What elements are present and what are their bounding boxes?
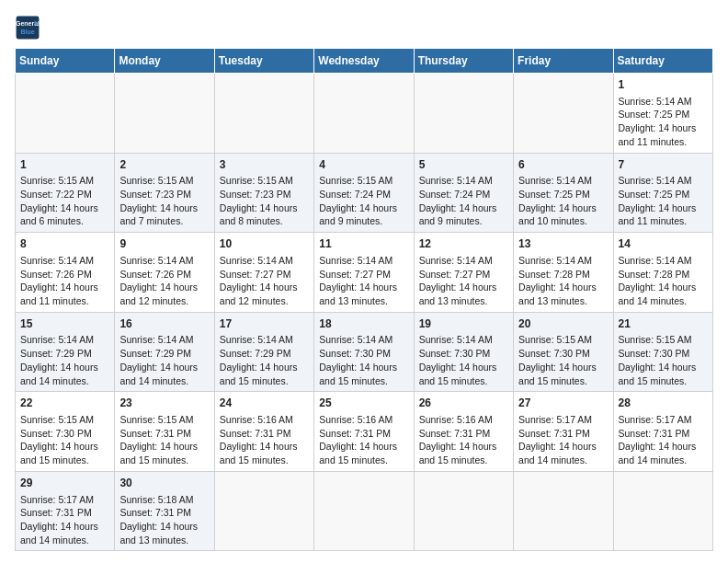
day-number: 21	[619, 316, 708, 332]
daylight-text: Daylight: 14 hours and 14 minutes.	[619, 281, 708, 307]
calendar-cell: 21Sunrise: 5:15 AMSunset: 7:30 PMDayligh…	[613, 312, 712, 392]
calendar-cell	[414, 74, 513, 154]
logo: General Blue	[15, 15, 40, 40]
sunrise-text: Sunrise: 5:14 AM	[319, 254, 408, 268]
daylight-text: Daylight: 14 hours and 11 minutes.	[20, 281, 109, 307]
day-number: 9	[119, 236, 209, 252]
day-number: 17	[220, 316, 309, 332]
daylight-text: Daylight: 14 hours and 11 minutes.	[619, 121, 708, 148]
sunset-text: Sunset: 7:30 PM	[518, 347, 608, 361]
sunrise-text: Sunrise: 5:17 AM	[619, 413, 708, 427]
calendar-cell: 27Sunrise: 5:17 AMSunset: 7:31 PMDayligh…	[514, 392, 613, 472]
calendar-cell: 18Sunrise: 5:14 AMSunset: 7:30 PMDayligh…	[314, 312, 414, 392]
daylight-text: Daylight: 14 hours and 7 minutes.	[119, 201, 209, 228]
sunrise-text: Sunrise: 5:14 AM	[20, 333, 109, 347]
daylight-text: Daylight: 14 hours and 15 minutes.	[419, 361, 508, 387]
day-number: 20	[518, 316, 608, 332]
daylight-text: Daylight: 14 hours and 15 minutes.	[319, 440, 408, 466]
sunrise-text: Sunrise: 5:18 AM	[119, 493, 209, 507]
calendar-cell: 1Sunrise: 5:15 AMSunset: 7:22 PMDaylight…	[16, 153, 115, 233]
day-number: 1	[619, 77, 708, 93]
column-header-wednesday: Wednesday	[314, 49, 414, 74]
calendar-week-5: 29Sunrise: 5:17 AMSunset: 7:31 PMDayligh…	[16, 471, 713, 551]
calendar-cell: 26Sunrise: 5:16 AMSunset: 7:31 PMDayligh…	[414, 392, 513, 472]
sunset-text: Sunset: 7:25 PM	[619, 108, 708, 121]
sunrise-text: Sunrise: 5:15 AM	[20, 174, 109, 188]
sunset-text: Sunset: 7:27 PM	[220, 268, 309, 282]
sunset-text: Sunset: 7:30 PM	[619, 347, 708, 361]
calendar-cell	[414, 471, 513, 551]
sunrise-text: Sunrise: 5:16 AM	[419, 413, 508, 427]
sunrise-text: Sunrise: 5:14 AM	[619, 95, 708, 109]
calendar-cell	[214, 471, 313, 551]
sunset-text: Sunset: 7:31 PM	[518, 427, 608, 441]
sunset-text: Sunset: 7:31 PM	[619, 427, 708, 441]
calendar-cell: 30Sunrise: 5:18 AMSunset: 7:31 PMDayligh…	[115, 471, 214, 551]
sunset-text: Sunset: 7:31 PM	[419, 427, 508, 441]
calendar-week-0: 1Sunrise: 5:14 AMSunset: 7:25 PMDaylight…	[16, 74, 713, 154]
day-number: 25	[319, 396, 408, 411]
calendar-cell: 12Sunrise: 5:14 AMSunset: 7:27 PMDayligh…	[414, 233, 513, 313]
daylight-text: Daylight: 14 hours and 11 minutes.	[619, 201, 708, 228]
sunrise-text: Sunrise: 5:14 AM	[20, 254, 109, 268]
calendar-cell: 3Sunrise: 5:15 AMSunset: 7:23 PMDaylight…	[214, 153, 313, 233]
daylight-text: Daylight: 14 hours and 8 minutes.	[220, 201, 309, 228]
sunset-text: Sunset: 7:31 PM	[319, 427, 408, 441]
sunrise-text: Sunrise: 5:15 AM	[119, 413, 209, 427]
daylight-text: Daylight: 14 hours and 15 minutes.	[319, 361, 408, 387]
sunrise-text: Sunrise: 5:14 AM	[419, 254, 508, 268]
sunset-text: Sunset: 7:25 PM	[518, 188, 608, 201]
sunset-text: Sunset: 7:28 PM	[518, 268, 608, 282]
calendar-cell: 10Sunrise: 5:14 AMSunset: 7:27 PMDayligh…	[214, 233, 313, 313]
sunset-text: Sunset: 7:31 PM	[119, 506, 209, 520]
day-number: 27	[518, 396, 608, 411]
calendar-cell: 23Sunrise: 5:15 AMSunset: 7:31 PMDayligh…	[115, 392, 214, 472]
calendar-week-4: 22Sunrise: 5:15 AMSunset: 7:30 PMDayligh…	[16, 392, 713, 472]
calendar-cell: 13Sunrise: 5:14 AMSunset: 7:28 PMDayligh…	[514, 233, 613, 313]
sunrise-text: Sunrise: 5:15 AM	[220, 174, 309, 188]
sunrise-text: Sunrise: 5:15 AM	[619, 333, 708, 347]
day-number: 30	[119, 476, 209, 491]
calendar-cell	[514, 471, 613, 551]
calendar-cell: 17Sunrise: 5:14 AMSunset: 7:29 PMDayligh…	[214, 312, 313, 392]
calendar-cell	[613, 471, 712, 551]
calendar-cell: 15Sunrise: 5:14 AMSunset: 7:29 PMDayligh…	[16, 312, 115, 392]
daylight-text: Daylight: 14 hours and 14 minutes.	[20, 520, 109, 546]
sunrise-text: Sunrise: 5:14 AM	[220, 333, 309, 347]
day-number: 28	[619, 396, 708, 411]
day-number: 24	[220, 396, 309, 411]
sunset-text: Sunset: 7:31 PM	[119, 427, 209, 441]
daylight-text: Daylight: 14 hours and 14 minutes.	[619, 440, 708, 466]
day-number: 19	[419, 316, 508, 332]
day-number: 14	[619, 236, 708, 252]
svg-rect-0	[17, 17, 40, 40]
column-header-saturday: Saturday	[613, 49, 712, 74]
day-number: 10	[220, 236, 309, 252]
daylight-text: Daylight: 14 hours and 14 minutes.	[20, 361, 109, 387]
daylight-text: Daylight: 14 hours and 10 minutes.	[518, 201, 608, 228]
calendar-cell	[16, 74, 115, 154]
sunset-text: Sunset: 7:28 PM	[619, 268, 708, 282]
daylight-text: Daylight: 14 hours and 15 minutes.	[20, 440, 109, 466]
header-row: SundayMondayTuesdayWednesdayThursdayFrid…	[16, 49, 713, 74]
day-number: 6	[518, 157, 608, 173]
daylight-text: Daylight: 14 hours and 13 minutes.	[119, 520, 209, 546]
sunrise-text: Sunrise: 5:14 AM	[518, 174, 608, 188]
daylight-text: Daylight: 14 hours and 15 minutes.	[119, 440, 209, 466]
calendar-cell: 20Sunrise: 5:15 AMSunset: 7:30 PMDayligh…	[514, 312, 613, 392]
calendar-cell: 5Sunrise: 5:14 AMSunset: 7:24 PMDaylight…	[414, 153, 513, 233]
column-header-sunday: Sunday	[16, 49, 115, 74]
day-number: 23	[119, 396, 209, 411]
logo-icon: General Blue	[15, 15, 40, 40]
daylight-text: Daylight: 14 hours and 6 minutes.	[20, 201, 109, 228]
sunset-text: Sunset: 7:27 PM	[419, 268, 508, 282]
calendar-table: SundayMondayTuesdayWednesdayThursdayFrid…	[15, 48, 713, 551]
day-number: 26	[419, 396, 508, 411]
sunrise-text: Sunrise: 5:14 AM	[518, 254, 608, 268]
calendar-cell	[314, 471, 414, 551]
daylight-text: Daylight: 14 hours and 9 minutes.	[319, 201, 408, 228]
calendar-cell: 8Sunrise: 5:14 AMSunset: 7:26 PMDaylight…	[16, 233, 115, 313]
sunrise-text: Sunrise: 5:17 AM	[518, 413, 608, 427]
day-number: 7	[619, 157, 708, 173]
sunrise-text: Sunrise: 5:14 AM	[619, 174, 708, 188]
